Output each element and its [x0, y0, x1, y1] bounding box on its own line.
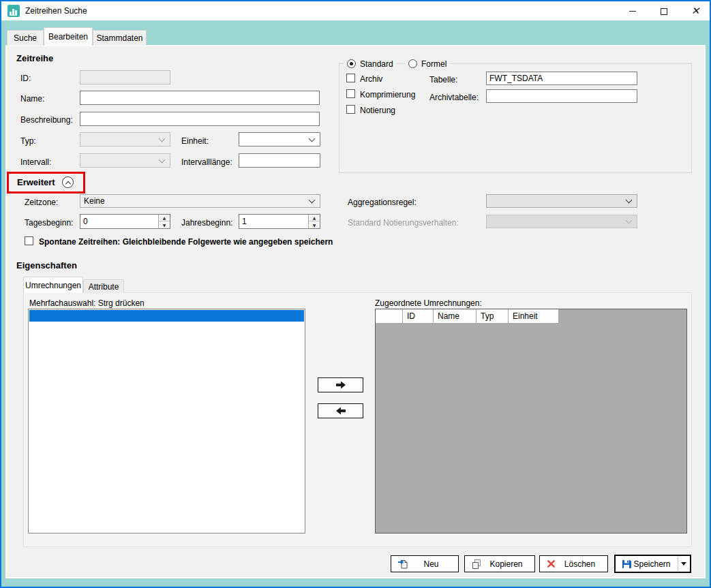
radio-formel[interactable]: Formel	[405, 59, 450, 69]
arrow-left-icon	[334, 406, 348, 416]
assigned-umrechnungen-table: ID Name Typ Einheit	[375, 309, 687, 533]
minimize-button[interactable]	[617, 1, 648, 21]
erweitert-highlight-box	[7, 172, 85, 194]
save-dropdown-arrow-icon[interactable]	[681, 562, 686, 566]
intervalllaenge-label: Intervalllänge:	[181, 157, 232, 167]
typ-dropdown[interactable]	[80, 132, 170, 146]
new-document-icon	[397, 559, 408, 570]
name-field[interactable]	[80, 91, 320, 105]
spontane-label: Spontane Zeitreihen: Gleichbleibende Fol…	[39, 237, 333, 247]
id-field[interactable]	[80, 70, 170, 84]
window-title: Zeitreihen Suche	[25, 6, 87, 16]
assign-button[interactable]	[318, 377, 363, 392]
speichern-button[interactable]: Speichern	[614, 555, 691, 573]
column-header-typ[interactable]: Typ	[476, 309, 509, 324]
aggregationsregel-dropdown[interactable]	[486, 194, 637, 208]
tab-bearbeiten[interactable]: Bearbeiten	[44, 27, 93, 46]
notierungsverhalten-label: Standard Notierungsverhalten:	[348, 218, 459, 228]
tab-suche[interactable]: Suche	[7, 30, 44, 46]
column-header-name[interactable]: Name	[434, 309, 476, 324]
intervalllaenge-field[interactable]	[239, 153, 320, 168]
komprimierung-checkbox[interactable]	[346, 89, 355, 98]
delete-x-icon	[546, 559, 556, 569]
unassign-button[interactable]	[318, 403, 363, 418]
komprimierung-label: Komprimierung	[360, 90, 415, 99]
zeitzone-dropdown[interactable]: Keine	[80, 194, 320, 208]
chevron-down-icon	[309, 197, 316, 204]
section-zeitreihe-heading: Zeitreihe	[16, 53, 53, 63]
zeitzone-label: Zeitzone:	[25, 198, 58, 207]
maximize-icon	[661, 8, 667, 15]
radio-standard[interactable]: Standard	[344, 59, 397, 69]
tab-umrechnungen[interactable]: Umrechnungen	[23, 277, 83, 293]
column-header-id[interactable]: ID	[403, 309, 434, 324]
table-header-row: ID Name Typ Einheit	[376, 309, 559, 324]
archivtabelle-field[interactable]	[486, 89, 637, 103]
split-divider	[678, 558, 678, 570]
chevron-down-icon	[159, 135, 166, 142]
intervall-label: Intervall:	[20, 157, 51, 167]
tab-stammdaten[interactable]: Stammdaten	[93, 30, 147, 46]
umrechnungen-listbox[interactable]	[28, 309, 305, 533]
titlebar: Zeitreihen Suche ✕	[1, 1, 710, 20]
close-icon: ✕	[691, 6, 700, 16]
tabelle-label: Tabelle:	[429, 75, 457, 84]
loeschen-button[interactable]: Löschen	[539, 555, 608, 572]
archiv-label: Archiv	[360, 74, 382, 84]
radio-standard-icon	[347, 59, 356, 68]
tabelle-field[interactable]	[486, 72, 637, 85]
arrow-right-icon	[334, 380, 348, 390]
einheit-dropdown[interactable]	[239, 132, 320, 146]
id-label: ID:	[20, 74, 31, 83]
tagesbeginn-input[interactable]	[80, 215, 157, 228]
aggregationsregel-label: Aggregationsregel:	[348, 198, 417, 207]
spin-up-icon[interactable]	[309, 215, 320, 221]
neu-button[interactable]: Neu	[391, 555, 459, 572]
zeitreihen-suche-window: Zeitreihen Suche ✕ Suche Bearbeiten Stam…	[0, 0, 711, 588]
section-eigenschaften-heading: Eigenschaften	[16, 260, 77, 270]
kopieren-button[interactable]: Kopieren	[464, 555, 535, 572]
spin-down-icon[interactable]	[309, 221, 320, 228]
jahresbeginn-label: Jahresbeginn:	[181, 218, 232, 228]
tagesbeginn-label: Tagesbeginn:	[25, 218, 73, 228]
name-label: Name:	[20, 94, 44, 104]
notierungsverhalten-dropdown[interactable]	[486, 215, 637, 228]
copy-icon	[471, 559, 482, 570]
jahresbeginn-stepper[interactable]	[239, 214, 320, 229]
beschreibung-label: Beschreibung:	[20, 115, 73, 125]
spin-down-icon[interactable]	[159, 221, 170, 228]
spin-up-icon[interactable]	[159, 215, 170, 221]
chevron-down-icon	[626, 217, 633, 224]
spontane-checkbox[interactable]	[25, 236, 33, 245]
typ-label: Typ:	[20, 136, 36, 146]
tab-attribute[interactable]: Attribute	[83, 279, 124, 293]
column-header-selector[interactable]	[376, 309, 403, 324]
radio-formel-icon	[408, 59, 417, 68]
column-header-einheit[interactable]: Einheit	[509, 309, 559, 324]
jahresbeginn-input[interactable]	[239, 215, 307, 228]
maximize-button[interactable]	[648, 1, 679, 21]
multiselect-hint-label: Mehrfachauswahl: Strg drücken	[29, 298, 145, 308]
minimize-icon	[629, 11, 636, 12]
beschreibung-field[interactable]	[80, 112, 320, 126]
tagesbeginn-stepper[interactable]	[80, 214, 170, 229]
save-floppy-icon	[621, 559, 632, 570]
intervall-dropdown[interactable]	[80, 153, 170, 168]
app-chart-icon	[7, 5, 20, 17]
notierung-label: Notierung	[360, 106, 395, 115]
chevron-down-icon	[159, 156, 166, 163]
chevron-down-icon	[309, 135, 316, 142]
archiv-checkbox[interactable]	[346, 74, 355, 82]
assigned-umrechnungen-label: Zugeordnete Umrechnungen:	[375, 298, 482, 308]
close-button[interactable]: ✕	[680, 1, 711, 21]
einheit-label: Einheit:	[181, 136, 209, 146]
selected-list-item[interactable]	[29, 310, 304, 322]
chevron-down-icon	[626, 197, 633, 204]
archivtabelle-label: Archivtabelle:	[429, 93, 479, 102]
notierung-checkbox[interactable]	[346, 105, 355, 114]
